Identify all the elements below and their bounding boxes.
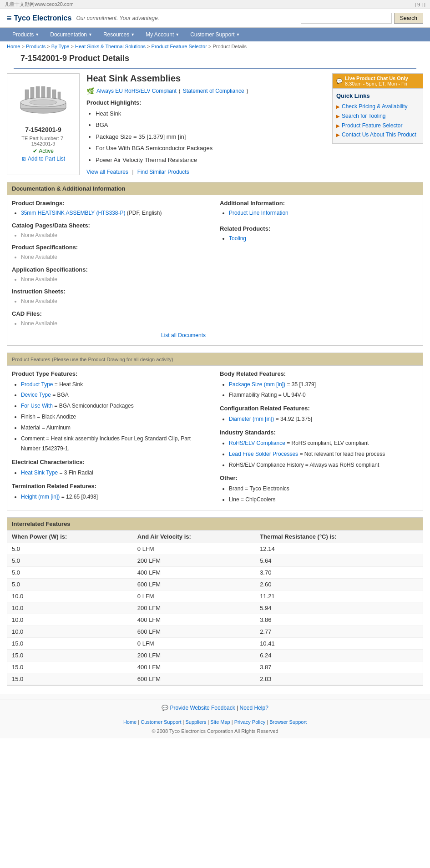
main-content: 7-1542001-9 TE Part Number: 7-1542001-9 … <box>0 73 430 686</box>
cell-8-1: 0 LFM <box>133 637 255 649</box>
feat-for-use-with: For Use With = BGA Semiconductor Package… <box>21 401 210 411</box>
documentation-header: Documentation & Additional Information <box>7 182 423 195</box>
related-products-title: Related Products: <box>220 225 418 232</box>
breadcrumb-bytype[interactable]: By Type <box>51 44 70 49</box>
tooling-link[interactable]: Tooling <box>229 235 246 242</box>
page-header: ≡ Tyco Electronics Our commitment. Your … <box>0 9 430 28</box>
doc-appspec-none: None Available <box>21 275 210 285</box>
add-to-part-list-link[interactable]: 🖹 Add to Part List <box>21 156 65 162</box>
table-row: 10.0400 LFM3.86 <box>7 614 423 626</box>
nav-item-products[interactable]: Products ▼ <box>7 30 45 40</box>
rohs-link[interactable]: Always EU RoHS/ELV Compliant <box>96 88 177 94</box>
product-header: 7-1542001-9 TE Part Number: 7-1542001-9 … <box>7 73 423 175</box>
ql-link-1[interactable]: Search for Tooling <box>342 112 386 120</box>
compliance-link[interactable]: Statement of Compliance <box>183 88 244 94</box>
doc-spec-list: None Available <box>12 252 210 262</box>
cell-3-1: 600 LFM <box>133 578 255 590</box>
nav-item-documentation[interactable]: Documentation ▼ <box>45 30 98 40</box>
svg-point-10 <box>30 100 57 105</box>
table-row: 15.0200 LFM6.24 <box>7 649 423 661</box>
feat-line: Line = ChipCoolers <box>229 495 418 505</box>
ql-item-3: ▶ Contact Us About This Product <box>336 130 419 140</box>
doc-cad-none: None Available <box>21 319 210 329</box>
diameter-link[interactable]: Diameter (mm [in]) <box>229 416 274 422</box>
feat-other-list: Brand = Tyco Electronics Line = ChipCool… <box>220 484 418 505</box>
find-similar-link[interactable]: Find Similar Products <box>137 169 189 175</box>
nav-support-arrow: ▼ <box>236 32 240 37</box>
package-size-link[interactable]: Package Size (mm [in]) <box>229 381 285 388</box>
product-line-info-link[interactable]: Product Line Information <box>229 210 288 216</box>
nav-myaccount-label: My Account <box>146 31 174 38</box>
nav-support-label: Customer Support <box>190 31 234 38</box>
list-all-docs-link[interactable]: List all Documents <box>161 332 206 338</box>
footer-suppliers[interactable]: Suppliers <box>185 719 206 725</box>
doc-drawing-link[interactable]: 35mm HEATSINK ASSEMBLY (HTS338-P) <box>21 210 125 216</box>
feat-diameter: Diameter (mm [in]) = 34.92 [1.375] <box>229 414 418 424</box>
feat-config-list: Diameter (mm [in]) = 34.92 [1.375] <box>220 414 418 424</box>
breadcrumb-current: Product Details <box>212 44 247 49</box>
footer-support[interactable]: Customer Support <box>141 719 181 725</box>
add-to-part-list-label: Add to Part List <box>28 156 65 162</box>
device-type-link[interactable]: Device Type <box>21 392 51 398</box>
ql-link-0[interactable]: Check Pricing & Availability <box>342 103 408 111</box>
search-input[interactable] <box>301 13 392 24</box>
features-right: Body Related Features: Package Size (mm … <box>215 366 423 510</box>
product-features-section: Product Features (Please use the Product… <box>7 353 423 510</box>
nav-item-myaccount[interactable]: My Account ▼ <box>140 30 185 40</box>
table-row: 5.0200 LFM5.64 <box>7 555 423 566</box>
list-all-docs: List all Documents <box>12 330 210 341</box>
logo-brand: Tyco Electronics <box>14 14 72 22</box>
footer-privacy[interactable]: Privacy Policy <box>234 719 265 725</box>
for-use-with-link[interactable]: For Use With <box>21 403 53 409</box>
doc-instruction-title: Instruction Sheets: <box>12 288 210 295</box>
footer-sitemap[interactable]: Site Map <box>210 719 230 725</box>
product-status: Active <box>39 148 54 154</box>
need-help-link[interactable]: Need Help? <box>239 705 268 711</box>
cell-2-2: 3.70 <box>255 566 423 578</box>
breadcrumb-heatsinks[interactable]: Heat Sinks & Thermal Solutions <box>75 44 146 49</box>
footer-links: Home | Customer Support | Suppliers | Si… <box>0 716 430 728</box>
table-row: 5.00 LFM12.14 <box>7 543 423 555</box>
view-all-features-link[interactable]: View all Features <box>86 169 128 175</box>
cell-0-0: 5.0 <box>7 543 133 555</box>
feat-industry-title: Industry Standards: <box>220 429 418 436</box>
nav-products-label: Products <box>12 31 34 38</box>
nav-item-support[interactable]: Customer Support ▼ <box>185 30 245 40</box>
logo: ≡ Tyco Electronics <box>7 14 71 23</box>
feat-height: Height (mm [in]) = 12.65 [0.498] <box>21 492 210 502</box>
page-title: 7-1542001-9 Product Details <box>14 51 416 69</box>
breadcrumb-products[interactable]: Products <box>26 44 46 49</box>
breadcrumb-home[interactable]: Home <box>7 44 20 49</box>
feat-material: Material = Aluminum <box>21 423 210 433</box>
ql-link-2[interactable]: Product Feature Selector <box>342 122 402 130</box>
interrelated-header-row: When Power (W) is: And Air Velocity is: … <box>7 530 423 543</box>
pipe-divider: | <box>132 169 135 175</box>
footer-browser[interactable]: Browser Support <box>269 719 307 725</box>
search-button[interactable]: Search <box>394 13 423 24</box>
product-te-number: TE Part Number: 7-1542001-9 <box>12 136 75 146</box>
cell-11-0: 15.0 <box>7 673 133 685</box>
height-link[interactable]: Height (mm [in]) <box>21 494 60 500</box>
nav-item-resources[interactable]: Resources ▼ <box>98 30 140 40</box>
related-products-list: Tooling <box>220 234 418 244</box>
product-type-link[interactable]: Product Type <box>21 381 53 388</box>
cell-6-1: 400 LFM <box>133 614 255 626</box>
col-thermal-resistance: Thermal Resistance (°C) is: <box>255 530 423 543</box>
cell-4-1: 0 LFM <box>133 590 255 602</box>
cell-7-1: 600 LFM <box>133 626 255 637</box>
doc-catalog-title: Catalog Pages/Data Sheets: <box>12 222 210 229</box>
cell-0-2: 12.14 <box>255 543 423 555</box>
heat-sink-type-link[interactable]: Heat Sink Type <box>21 469 58 476</box>
breadcrumb-pfs[interactable]: Product Feature Selector <box>152 44 207 49</box>
feedback-link[interactable]: Provide Website Feedback <box>170 705 235 711</box>
highlight-4: Power Air Velocity Thermal Resistance <box>96 155 423 165</box>
cell-3-0: 5.0 <box>7 578 133 590</box>
rohs-compliance-link[interactable]: RoHS/ELV Compliance <box>229 440 285 446</box>
cell-1-0: 5.0 <box>7 555 133 566</box>
ql-link-3[interactable]: Contact Us About This Product <box>342 131 416 139</box>
rohs-paren-close: ) <box>247 88 248 94</box>
logo-tagline: Our commitment. Your advantage. <box>76 15 159 21</box>
lead-free-link[interactable]: Lead Free Solder Processes <box>229 451 298 457</box>
footer-home[interactable]: Home <box>123 719 137 725</box>
documentation-left: Product Drawings: 35mm HEATSINK ASSEMBLY… <box>7 195 215 345</box>
